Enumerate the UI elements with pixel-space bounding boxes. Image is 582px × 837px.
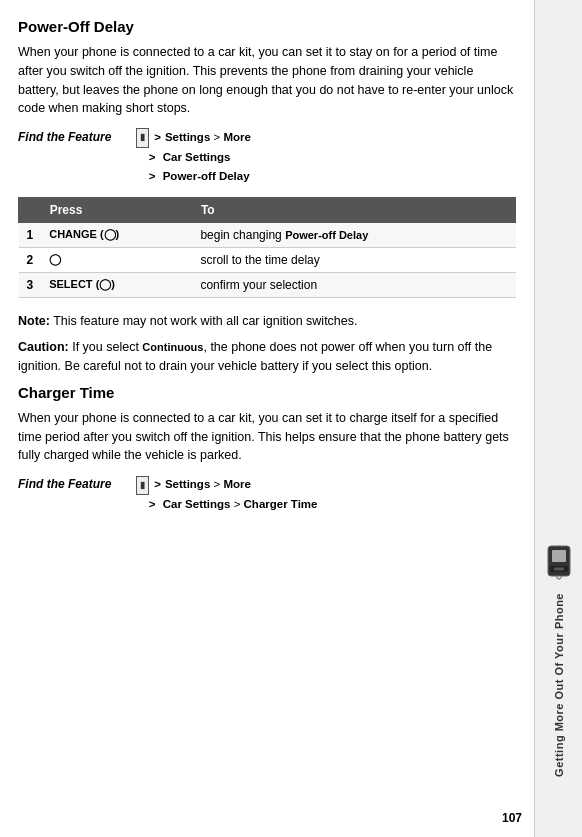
section2-body1: When your phone is connected to a car ki… <box>18 409 516 465</box>
section1-title: Power-Off Delay <box>18 18 516 35</box>
find-feature-label-2: Find the Feature <box>18 475 128 491</box>
find-feature-block-2: Find the Feature ▮ >Settings > More > Ca… <box>18 475 516 514</box>
menu-icon-1: ▮ <box>136 128 149 147</box>
caution-text: Caution: If you select Continuous, the p… <box>18 338 516 376</box>
sidebar-label: Getting More Out Of Your Phone <box>553 593 565 777</box>
find-feature-path-2-row1: ▮ >Settings > More <box>136 475 318 495</box>
svg-rect-3 <box>554 568 564 571</box>
right-sidebar: Getting More Out Of Your Phone <box>534 0 582 837</box>
table-press-2: ◯ <box>41 247 192 272</box>
note-text: Note: This feature may not work with all… <box>18 312 516 331</box>
table-header-press: Press <box>41 197 192 222</box>
press-table: Press To 1 CHANGE (◯) begin changing Pow… <box>18 197 516 298</box>
table-action-3: confirm your selection <box>192 272 515 297</box>
find-feature-path-row1: ▮ >Settings > More <box>136 128 251 148</box>
find-feature-path-2-row2: > Car Settings > Charger Time <box>136 495 318 515</box>
find-feature-path-1: ▮ >Settings > More > Car Settings > Powe… <box>136 128 251 187</box>
find-feature-block-1: Find the Feature ▮ >Settings > More > Ca… <box>18 128 516 187</box>
path-car-settings-2: Car Settings <box>163 498 231 510</box>
path-charger-time: Charger Time <box>244 498 318 510</box>
table-row: 2 ◯ scroll to the time delay <box>19 247 516 272</box>
table-row-num-3: 3 <box>19 272 42 297</box>
table-header-blank <box>19 197 42 222</box>
table-row: 3 SELECT (◯) confirm your selection <box>19 272 516 297</box>
find-feature-path-row3: > Power-off Delay <box>136 167 251 187</box>
find-feature-path-row2: > Car Settings <box>136 148 251 168</box>
table-action-1: begin changing Power-off Delay <box>192 222 515 247</box>
path-settings-1: Settings <box>165 131 210 143</box>
table-row-num-2: 2 <box>19 247 42 272</box>
table-header-to: To <box>192 197 515 222</box>
path-more-1: More <box>223 131 250 143</box>
car-kit-icon <box>541 545 577 581</box>
menu-icon-2: ▮ <box>136 476 149 495</box>
table-action-2: scroll to the time delay <box>192 247 515 272</box>
path-poweroff-delay: Power-off Delay <box>163 170 250 182</box>
table-press-1: CHANGE (◯) <box>41 222 192 247</box>
section2-title: Charger Time <box>18 384 516 401</box>
section1-body1: When your phone is connected to a car ki… <box>18 43 516 118</box>
find-feature-label-1: Find the Feature <box>18 128 128 144</box>
svg-rect-1 <box>552 550 566 562</box>
main-content: Power-Off Delay When your phone is conne… <box>0 0 534 837</box>
table-press-3: SELECT (◯) <box>41 272 192 297</box>
page-container: Power-Off Delay When your phone is conne… <box>0 0 582 837</box>
path-car-settings-1: Car Settings <box>163 151 231 163</box>
path-more-2: More <box>223 478 250 490</box>
path-settings-2: Settings <box>165 478 210 490</box>
find-feature-path-2: ▮ >Settings > More > Car Settings > Char… <box>136 475 318 514</box>
page-number: 107 <box>502 811 522 825</box>
table-row: 1 CHANGE (◯) begin changing Power-off De… <box>19 222 516 247</box>
table-row-num-1: 1 <box>19 222 42 247</box>
